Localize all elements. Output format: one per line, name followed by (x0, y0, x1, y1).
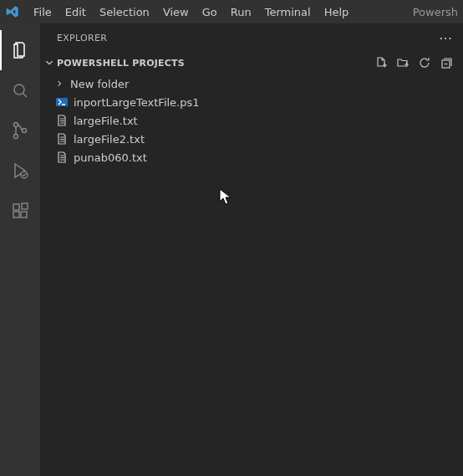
chevron-down-icon (43, 57, 55, 69)
tree-file[interactable]: punab060.txt (40, 148, 463, 166)
activity-search-icon[interactable] (0, 70, 40, 110)
activity-run-debug-icon[interactable] (0, 151, 40, 191)
menu-bar: FileEditSelectionViewGoRunTerminalHelp (27, 0, 355, 23)
explorer-section-label: POWERSHELL PROJECTS (57, 58, 185, 69)
more-actions-icon[interactable]: ⋯ (439, 32, 453, 45)
svg-point-3 (23, 129, 27, 133)
text-file-icon (55, 132, 69, 146)
menu-item-go[interactable]: Go (196, 0, 224, 23)
tree-item-label: New folder (70, 78, 129, 90)
activity-extensions-icon[interactable] (0, 191, 40, 231)
tree-file[interactable]: largeFile2.txt (40, 130, 463, 148)
window-title: Powersh (413, 6, 458, 18)
menu-item-file[interactable]: File (27, 0, 59, 23)
activity-source-control-icon[interactable] (0, 110, 40, 151)
text-file-icon (55, 151, 69, 164)
tree-item-label: largeFile.txt (74, 115, 138, 127)
svg-point-1 (14, 123, 18, 127)
menu-item-run[interactable]: Run (224, 0, 258, 23)
vscode-logo-icon (5, 4, 20, 19)
refresh-icon[interactable] (418, 56, 431, 69)
new-file-icon[interactable] (374, 56, 388, 69)
activity-bar (0, 23, 40, 476)
new-folder-icon[interactable] (396, 56, 410, 69)
menu-item-selection[interactable]: Selection (93, 0, 156, 23)
svg-point-2 (14, 135, 18, 139)
tree-file[interactable]: largeFile.txt (40, 111, 463, 130)
powershell-file-icon (55, 95, 69, 109)
tree-item-label: punab060.txt (74, 151, 147, 164)
title-bar: FileEditSelectionViewGoRunTerminalHelp P… (0, 0, 463, 23)
svg-rect-7 (21, 212, 27, 218)
explorer-section-header[interactable]: POWERSHELL PROJECTS (40, 53, 463, 73)
activity-explorer-icon[interactable] (0, 30, 40, 70)
chevron-right-icon (53, 79, 65, 89)
tree-item-label: largeFile2.txt (74, 133, 145, 146)
tree-folder[interactable]: New folder (40, 74, 463, 93)
explorer-title: EXPLORER (57, 33, 107, 44)
menu-item-view[interactable]: View (156, 0, 196, 23)
explorer-sidebar: EXPLORER ⋯ POWERSHELL PROJECTS (40, 23, 463, 476)
menu-item-help[interactable]: Help (318, 0, 356, 23)
menu-item-terminal[interactable]: Terminal (258, 0, 318, 23)
svg-rect-8 (22, 203, 28, 209)
svg-point-0 (14, 84, 24, 95)
tree-item-label: inportLargeTextFile.ps1 (74, 96, 200, 109)
svg-rect-6 (13, 212, 19, 218)
collapse-all-icon[interactable] (440, 56, 453, 69)
file-tree: New folderinportLargeTextFile.ps1largeFi… (40, 73, 463, 166)
svg-rect-5 (13, 204, 19, 210)
text-file-icon (55, 114, 69, 127)
menu-item-edit[interactable]: Edit (59, 0, 93, 23)
tree-file[interactable]: inportLargeTextFile.ps1 (40, 93, 463, 111)
explorer-header: EXPLORER ⋯ (40, 23, 463, 53)
